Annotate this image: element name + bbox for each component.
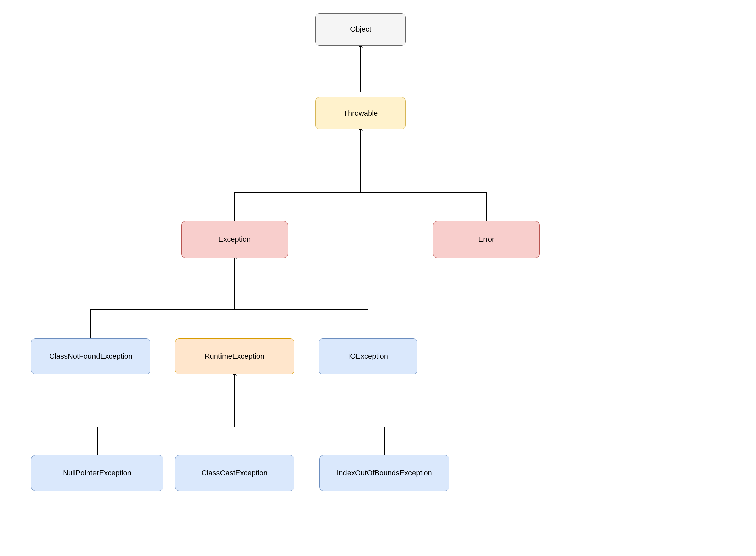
node-exception: Exception (181, 221, 288, 258)
node-class-not-found-exception: ClassNotFoundException (31, 338, 151, 375)
node-null-pointer-exception: NullPointerException (31, 455, 163, 491)
node-index-out-of-bounds-exception: IndexOutOfBoundsException (319, 455, 449, 491)
exception-hierarchy-diagram: Object Throwable Exception Error ClassNo… (0, 0, 756, 556)
node-io-exception: IOException (319, 338, 417, 375)
node-class-cast-exception: ClassCastException (175, 455, 294, 491)
node-runtime-exception: RuntimeException (175, 338, 294, 375)
node-error: Error (433, 221, 539, 258)
node-object: Object (315, 13, 406, 45)
node-throwable: Throwable (315, 97, 406, 129)
